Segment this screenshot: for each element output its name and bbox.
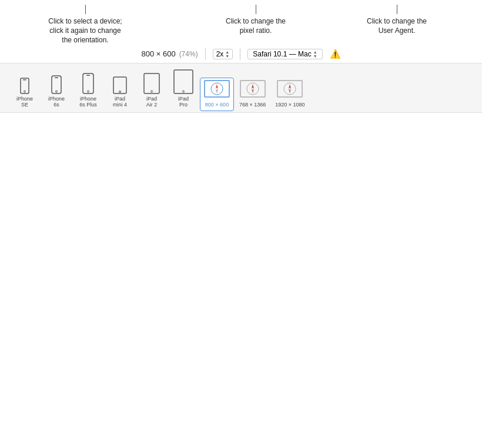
desktop-800x600-icon [204,80,230,100]
svg-marker-25 [289,84,291,89]
desktop-1920x1080-label: 1920 × 1080 [275,102,304,108]
svg-point-5 [56,91,58,92]
tooltip-line-3 [397,5,397,14]
iphone-6s-icon [51,75,62,94]
iphone-se-icon [20,78,29,94]
svg-rect-4 [55,77,58,78]
device-iphone-se[interactable]: iPhoneSE [9,75,40,112]
tooltip-user-agent: Click to change the User Agent. [359,5,435,35]
svg-marker-21 [252,84,254,89]
ipad-air2-label: iPadAir 2 [146,96,158,109]
desktop-800x600-label: 800 × 600 [205,102,229,108]
ipad-mini4-icon [113,76,127,94]
ipad-mini4-label: iPadmini 4 [113,96,127,109]
svg-marker-26 [289,89,291,93]
svg-rect-13 [174,70,193,93]
desktop-768x1366-icon [240,80,266,100]
tooltip-pixel-ratio: Click to change the pixel ratio. [217,5,294,35]
device-ipad-air2[interactable]: iPadAir 2 [136,71,167,112]
device-1920x1080[interactable]: 1920 × 1080 [271,78,309,111]
ipad-pro-label: iPadPro [178,96,189,109]
svg-rect-1 [23,79,26,81]
svg-point-10 [119,91,121,92]
tooltip-device: Click to select a device; click it again… [47,5,123,45]
device-iphone-6s[interactable]: iPhone6s [41,73,72,112]
svg-rect-7 [86,75,90,76]
svg-point-14 [183,91,185,92]
svg-rect-0 [21,78,29,93]
ipad-air2-icon [143,73,160,94]
tooltip-device-text: Click to select a device; click it again… [47,16,123,45]
user-agent-control[interactable]: Safari 10.1 — Mac ▲▼ [247,49,322,59]
svg-marker-22 [252,89,254,93]
iphone-6s-plus-icon [82,73,94,94]
desktop-768x1366-label: 768 × 1366 [239,102,266,108]
device-768x1366[interactable]: 768 × 1366 [235,78,270,111]
toolbar: 800 × 600 (74%) 2x ▲▼ Safari 10.1 — Mac … [0,45,482,63]
tooltip-pixel-ratio-text: Click to change the pixel ratio. [217,16,294,35]
tooltip-line-1 [85,5,86,14]
device-iphone-6s-plus[interactable]: iPhone6s Plus [73,71,103,112]
desktop-1920x1080-icon [277,80,303,100]
iphone-6s-plus-label: iPhone6s Plus [79,96,97,109]
tooltip-area: Click to select a device; click it again… [0,0,482,45]
svg-point-8 [88,91,89,92]
toolbar-divider-1 [205,48,206,60]
device-selector-bar: iPhoneSE iPhone6s iPhone6s [0,63,482,113]
device-800x600[interactable]: 800 × 600 [200,78,234,111]
iphone-6s-label: iPhone6s [48,96,65,109]
device-ipad-pro[interactable]: iPadPro [168,67,199,112]
tooltip-line-2 [256,5,256,14]
pixel-ratio-arrows: ▲▼ [225,50,229,58]
iphone-se-label: iPhoneSE [16,96,33,109]
ipad-pro-icon [173,69,193,94]
tooltip-user-agent-text: Click to change the User Agent. [359,16,435,35]
resolution-percent: (74%) [179,50,198,58]
device-ipad-mini4[interactable]: iPadmini 4 [105,74,135,112]
warning-icon: ⚠️ [330,49,341,59]
ua-arrows: ▲▼ [313,50,317,58]
pixel-ratio-value: 2x [216,50,224,58]
user-agent-value: Safari 10.1 — Mac [253,50,311,58]
svg-marker-18 [216,89,218,93]
svg-point-2 [24,91,26,92]
resolution-display: 800 × 600 [141,49,175,58]
page-wrapper: Click to select a device; click it again… [0,0,482,448]
pixel-ratio-control[interactable]: 2x ▲▼ [213,49,233,59]
svg-marker-17 [216,84,218,89]
toolbar-divider-2 [240,48,240,60]
svg-point-12 [151,91,153,92]
